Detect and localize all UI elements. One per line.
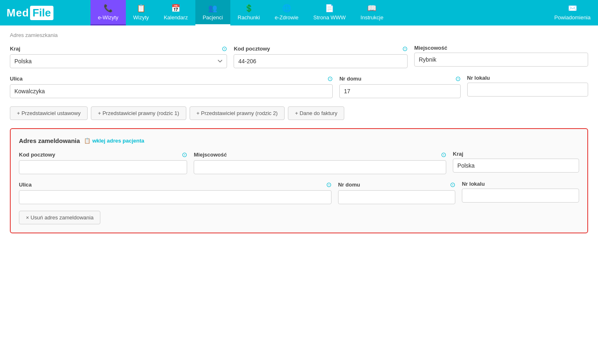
nav-item-kalendarz[interactable]: 📅 Kalendarz (156, 0, 195, 25)
ulica-zameldowania-history-icon[interactable]: ⊙ (326, 181, 331, 189)
nr-lokalu-zamieszkania-label: Nr lokalu (467, 75, 490, 81)
kraj-label-row: Kraj ⊙ (10, 45, 227, 53)
przedstawiciel-ustawowy-button[interactable]: + Przedstawiciel ustawowy (10, 106, 88, 120)
nr-domu-zameldowania-input[interactable] (338, 190, 455, 204)
wizyty-icon: 📋 (137, 4, 146, 13)
nr-domu-zamieszkania-group: Nr domu ⊙ (339, 75, 460, 98)
miejscowosc-zameldowania-input[interactable] (194, 160, 446, 174)
paste-icon: 📋 (84, 138, 90, 144)
ulica-zamieszkania-label-row: Ulica ⊙ (10, 75, 333, 83)
nr-lokalu-zamieszkania-group: Nr lokalu (467, 75, 588, 97)
logo-med: Med (7, 7, 29, 19)
nav-item-wizyty[interactable]: 📋 Wizyty (126, 0, 156, 25)
kod-pocztowy-zameldowania-history-icon[interactable]: ⊙ (182, 151, 187, 159)
miejscowosc-zameldowania-group: Miejscowość ⊙ (194, 151, 446, 174)
dane-do-faktury-label: + Dane do faktury (295, 110, 337, 116)
ulica-zameldowania-label: Ulica (19, 182, 32, 188)
kod-pocztowy-zamieszkania-label-row: Kod pocztowy ⊙ (234, 45, 408, 53)
zamieszkania-row-2: Ulica ⊙ Nr domu ⊙ Nr lokalu (10, 75, 588, 98)
ulica-zamieszkania-label: Ulica (10, 76, 23, 82)
nav-item-e-wizyty[interactable]: 📞 e-Wizyty (90, 0, 126, 25)
nav-item-e-zdrowie[interactable]: 🌐 e-Zdrowie (267, 0, 306, 25)
nav-label-e-wizyty: e-Wizyty (98, 14, 118, 21)
nav-items: 📞 e-Wizyty 📋 Wizyty 📅 Kalendarz 👥 Pacjen… (90, 0, 598, 25)
nav-label-rachunki: Rachunki (238, 14, 260, 21)
miejscowosc-zamieszkania-label-row: Miejscowość (414, 45, 588, 51)
nr-domu-zameldowania-history-icon[interactable]: ⊙ (450, 181, 455, 189)
kraj-history-icon[interactable]: ⊙ (222, 45, 227, 53)
kraj-zameldowania-input[interactable] (453, 159, 579, 173)
nr-domu-zamieszkania-input[interactable] (339, 84, 460, 98)
przedstawiciel-prawny-1-label: + Przedstawiciel prawny (rodzic 1) (98, 110, 179, 116)
paste-address-link[interactable]: 📋 wklej adres pacjenta (84, 138, 144, 144)
kod-pocztowy-zamieszkania-history-icon[interactable]: ⊙ (402, 45, 408, 53)
nr-domu-zameldowania-label-row: Nr domu ⊙ (338, 181, 455, 189)
ulica-zameldowania-label-row: Ulica ⊙ (19, 181, 331, 189)
adres-zameldowania-box: Adres zameldowania 📋 wklej adres pacjent… (10, 128, 588, 233)
nav-label-powiadomienia: Powiadomienia (554, 14, 591, 21)
kraj-select[interactable]: Polska (10, 54, 227, 68)
nav-label-instrukcje: Instrukcje (361, 14, 384, 21)
miejscowosc-zameldowania-label-row: Miejscowość ⊙ (194, 151, 446, 159)
kalendarz-icon: 📅 (171, 4, 180, 13)
nr-domu-zamieszkania-history-icon[interactable]: ⊙ (455, 75, 461, 83)
kraj-zameldowania-label-row: Kraj (453, 151, 579, 157)
adres-zameldowania-title-row: Adres zameldowania 📋 wklej adres pacjent… (19, 137, 579, 144)
przedstawiciel-prawny-2-label: + Przedstawiciel prawny (rodzic 2) (197, 110, 278, 116)
kod-pocztowy-zameldowania-group: Kod pocztowy ⊙ (19, 151, 187, 174)
nav-label-strona-www: Strona WWW (313, 14, 346, 21)
ulica-zamieszkania-input[interactable] (10, 84, 333, 98)
kod-pocztowy-zamieszkania-input[interactable] (234, 54, 408, 68)
nr-domu-zamieszkania-label-row: Nr domu ⊙ (339, 75, 460, 83)
nav-item-rachunki[interactable]: 💲 Rachunki (230, 0, 267, 25)
miejscowosc-zamieszkania-group: Miejscowość (414, 45, 588, 67)
nr-lokalu-zamieszkania-input[interactable] (467, 83, 588, 97)
kraj-zameldowania-label: Kraj (453, 151, 463, 157)
ulica-zamieszkania-history-icon[interactable]: ⊙ (327, 75, 333, 83)
e-zdrowie-icon: 🌐 (282, 4, 291, 13)
remove-adres-zameldowania-button[interactable]: × Usuń adres zameldowania (19, 211, 100, 224)
kraj-group: Kraj ⊙ Polska (10, 45, 227, 68)
miejscowosc-zameldowania-history-icon[interactable]: ⊙ (441, 151, 446, 159)
zamieszkania-row-1: Kraj ⊙ Polska Kod pocztowy ⊙ Miejscowość (10, 45, 588, 68)
dane-do-faktury-button[interactable]: + Dane do faktury (288, 106, 344, 120)
kraj-label: Kraj (10, 46, 20, 52)
action-buttons-row: + Przedstawiciel ustawowy + Przedstawici… (10, 106, 588, 120)
nav-item-strona-www[interactable]: 📄 Strona WWW (306, 0, 353, 25)
przedstawiciel-prawny-2-button[interactable]: + Przedstawiciel prawny (rodzic 2) (190, 106, 285, 120)
nav-item-instrukcje[interactable]: 📖 Instrukcje (353, 0, 391, 25)
adres-zameldowania-title: Adres zameldowania (19, 137, 80, 144)
przedstawiciel-ustawowy-label: + Przedstawiciel ustawowy (17, 110, 81, 116)
nav-item-powiadomienia[interactable]: ✉️ Powiadomienia (547, 0, 598, 25)
pacjenci-icon: 👥 (208, 4, 217, 13)
strona-www-icon: 📄 (325, 4, 334, 13)
nr-lokalu-zameldowania-label-row: Nr lokalu (462, 181, 579, 187)
kod-pocztowy-zamieszkania-group: Kod pocztowy ⊙ (234, 45, 408, 68)
nav-label-wizyty: Wizyty (133, 14, 149, 21)
main-content: Adres zamieszkania Kraj ⊙ Polska Kod poc… (0, 25, 598, 364)
nav-label-pacjenci: Pacjenci (203, 14, 223, 21)
kod-pocztowy-zamieszkania-label: Kod pocztowy (234, 46, 270, 52)
logo-file: File (30, 6, 53, 20)
address-zamieszkania-header: Adres zamieszkania (10, 32, 588, 38)
nr-domu-zamieszkania-label: Nr domu (339, 76, 361, 82)
kod-pocztowy-zameldowania-label: Kod pocztowy (19, 152, 55, 158)
kod-pocztowy-zameldowania-input[interactable] (19, 160, 187, 174)
kraj-zameldowania-group: Kraj (453, 151, 579, 173)
navbar: Med File 📞 e-Wizyty 📋 Wizyty 📅 Kalendarz… (0, 0, 598, 25)
remove-adres-zameldowania-label: × Usuń adres zameldowania (26, 214, 93, 221)
nav-label-kalendarz: Kalendarz (164, 14, 188, 21)
instrukcje-icon: 📖 (367, 4, 376, 13)
nav-item-pacjenci[interactable]: 👥 Pacjenci (195, 0, 230, 25)
ulica-zameldowania-input[interactable] (19, 190, 331, 204)
miejscowosc-zameldowania-label: Miejscowość (194, 152, 227, 158)
nr-lokalu-zameldowania-input[interactable] (462, 189, 579, 203)
ulica-zamieszkania-group: Ulica ⊙ (10, 75, 333, 98)
zameldowania-row-2: Ulica ⊙ Nr domu ⊙ Nr lokalu (19, 181, 579, 204)
logo[interactable]: Med File (0, 0, 90, 25)
nr-domu-zameldowania-group: Nr domu ⊙ (338, 181, 455, 204)
ulica-zameldowania-group: Ulica ⊙ (19, 181, 331, 204)
miejscowosc-zamieszkania-input[interactable] (414, 53, 588, 67)
paste-label: wklej adres pacjenta (92, 138, 144, 144)
przedstawiciel-prawny-1-button[interactable]: + Przedstawiciel prawny (rodzic 1) (91, 106, 186, 120)
